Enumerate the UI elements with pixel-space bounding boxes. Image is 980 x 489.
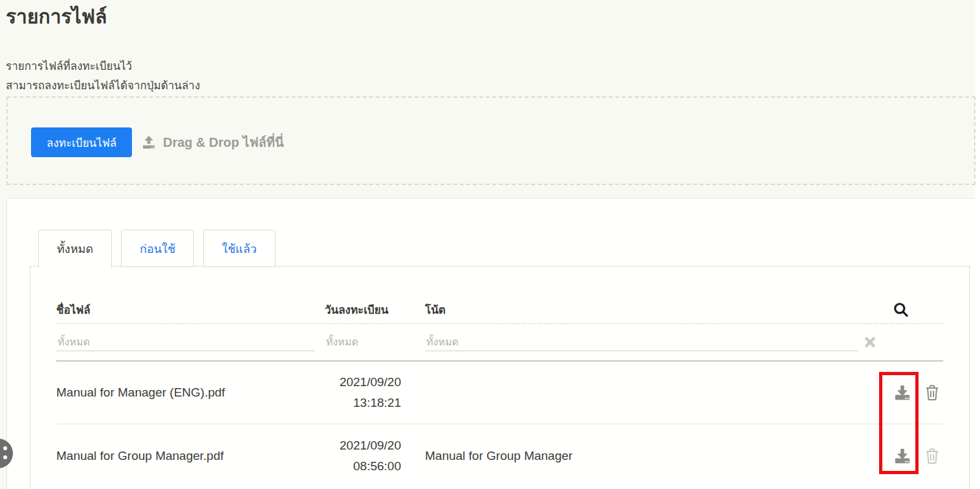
register-file-button[interactable]: ลงทะเบียนไฟล์	[31, 127, 132, 157]
column-header-registered-date: วันลงทะเบียน	[325, 301, 401, 318]
filter-file-name-input[interactable]	[56, 334, 315, 351]
clear-x-icon	[864, 336, 877, 349]
dot-icon	[3, 446, 7, 450]
file-table-card: ชื่อไฟล์ วันลงทะเบียน โน้ต	[30, 266, 970, 489]
tab-used[interactable]: ใช้แล้ว	[203, 230, 276, 267]
table-row: Manual for Group Manager.pdf 2021/09/20 …	[56, 424, 943, 487]
file-name-cell: Manual for Manager (ENG).pdf	[56, 386, 325, 400]
dragdrop-label: Drag & Drop ไฟล์ที่นี่	[163, 132, 284, 153]
file-name-cell: Manual for Group Manager.pdf	[56, 449, 325, 463]
tab-all[interactable]: ทั้งหมด	[38, 230, 112, 268]
download-icon	[893, 384, 912, 402]
note-cell: Manual for Group Manager	[425, 449, 858, 463]
upload-dropzone[interactable]: ลงทะเบียนไฟล์ Drag & Drop ไฟล์ที่นี่	[6, 96, 975, 185]
table-row: Manual for Manager (ENG).pdf 2021/09/20 …	[56, 362, 943, 424]
dragdrop-area: Drag & Drop ไฟล์ที่นี่	[141, 98, 284, 186]
clear-filters-button[interactable]	[864, 336, 877, 349]
page-description-line1: รายการไฟล์ที่ลงทะเบียนไว้	[6, 57, 200, 76]
dot-icon	[3, 455, 7, 459]
page-title: รายการไฟล์	[6, 1, 107, 32]
delete-button-disabled	[924, 447, 941, 465]
table-header-row: ชื่อไฟล์ วันลงทะเบียน โน้ต	[56, 295, 943, 324]
page-description: รายการไฟล์ที่ลงทะเบียนไว้ สามารถลงทะเบีย…	[6, 57, 200, 96]
filter-note-input[interactable]	[425, 334, 858, 351]
delete-button[interactable]	[924, 384, 941, 402]
registered-date-cell: 2021/09/20 13:18:21	[325, 372, 401, 413]
download-button[interactable]	[893, 384, 912, 402]
status-tabs: ทั้งหมด ก่อนใช้ ใช้แล้ว	[38, 230, 285, 268]
filter-date-input[interactable]	[325, 334, 396, 351]
search-button[interactable]	[892, 301, 909, 318]
download-button[interactable]	[893, 447, 912, 465]
trash-icon	[924, 384, 941, 402]
search-icon	[892, 301, 909, 318]
trash-icon	[924, 447, 941, 465]
file-list-panel: ทั้งหมด ก่อนใช้ ใช้แล้ว ชื่อไฟล์ วันลงทะ…	[6, 198, 980, 489]
table-filter-row	[56, 324, 943, 362]
registered-date-cell: 2021/09/20 08:56:00	[325, 435, 401, 477]
right-edge-strip	[975, 0, 980, 489]
upload-icon	[141, 135, 157, 150]
tab-before-use[interactable]: ก่อนใช้	[121, 230, 194, 267]
column-header-file-name: ชื่อไฟล์	[56, 301, 325, 318]
download-icon	[893, 447, 912, 465]
column-header-note: โน้ต	[425, 301, 858, 318]
page-description-line2: สามารถลงทะเบียนไฟล์ได้จากปุ่มด้านล่าง	[6, 76, 200, 96]
